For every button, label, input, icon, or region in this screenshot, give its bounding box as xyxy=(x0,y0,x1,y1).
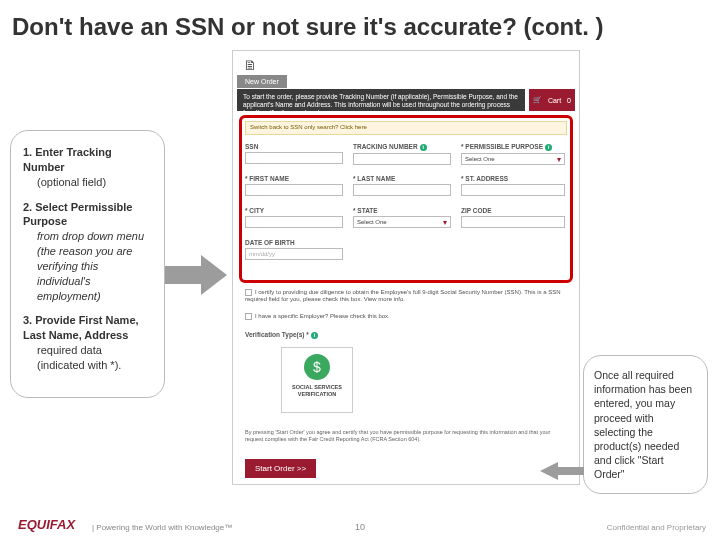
confidential-label: Confidential and Proprietary xyxy=(607,523,706,532)
chevron-down-icon: ▾ xyxy=(557,155,561,164)
step-2: 2. Select Permissible Purpose from drop … xyxy=(23,200,152,304)
first-name-input[interactable] xyxy=(245,184,343,196)
screenshot: 🗎 New Order To start the order, please p… xyxy=(232,50,580,485)
tracking-input[interactable] xyxy=(353,153,451,165)
label-zip: ZIP CODE xyxy=(461,207,565,214)
info-icon[interactable]: i xyxy=(311,332,318,339)
info-icon[interactable]: i xyxy=(420,144,427,151)
label-purpose: * PERMISSIBLE PURPOSEi xyxy=(461,143,565,151)
callout-start-order: Once all required information has been e… xyxy=(583,355,708,494)
info-icon[interactable]: i xyxy=(545,144,552,151)
label-tracking: TRACKING NUMBERi xyxy=(353,143,451,151)
tile-label: SOCIAL SERVICES VERIFICATION xyxy=(282,384,352,397)
money-bag-icon: $ xyxy=(304,354,330,380)
document-icon: 🗎 xyxy=(243,57,257,73)
label-addr: * ST. ADDRESS xyxy=(461,175,565,182)
label-state: * STATE xyxy=(353,207,451,214)
cart-label: Cart xyxy=(548,97,561,104)
arrow-left-icon xyxy=(540,462,584,480)
label-dob: DATE OF BIRTH xyxy=(245,239,343,246)
cart-button[interactable]: 🛒 Cart 0 xyxy=(529,89,575,111)
label-ssn: SSN xyxy=(245,143,343,150)
form-row-2: * FIRST NAME * LAST NAME * ST. ADDRESS xyxy=(245,175,567,203)
slide-title: Don't have an SSN or not sure it's accur… xyxy=(0,0,720,50)
arrow-right-icon xyxy=(165,255,227,295)
state-select[interactable]: Select One▾ xyxy=(353,216,451,228)
tagline: | Powering the World with Knowledge™ xyxy=(92,523,232,532)
cart-count: 0 xyxy=(567,97,571,104)
callout-steps: 1. Enter Tracking Number (optional field… xyxy=(10,130,165,398)
ssn-input[interactable] xyxy=(245,152,343,164)
fine-print: By pressing 'Start Order' you agree and … xyxy=(245,429,567,443)
form-row-4: DATE OF BIRTHmm/dd/yy xyxy=(245,239,567,267)
tab-new-order: New Order xyxy=(237,75,287,88)
checkbox-employer[interactable]: I have a specific Employer? Please check… xyxy=(245,313,567,320)
content: 🗎 New Order To start the order, please p… xyxy=(0,50,720,490)
checkbox-certify[interactable]: I certify to providing due diligence to … xyxy=(245,289,567,302)
checkbox-icon xyxy=(245,313,252,320)
verification-type-label: Verification Type(s) *i xyxy=(245,331,318,339)
verification-tile[interactable]: $ SOCIAL SERVICES VERIFICATION xyxy=(281,347,353,413)
zip-input[interactable] xyxy=(461,216,565,228)
footer: EQUIFAX | Powering the World with Knowle… xyxy=(0,510,720,540)
dob-input[interactable]: mm/dd/yy xyxy=(245,248,343,260)
chevron-down-icon: ▾ xyxy=(443,218,447,227)
purpose-select[interactable]: Select One▾ xyxy=(461,153,565,165)
step-1: 1. Enter Tracking Number (optional field… xyxy=(23,145,152,190)
step-3: 3. Provide First Name, Last Name, Addres… xyxy=(23,313,152,372)
form-row-3: * CITY * STATESelect One▾ ZIP CODE xyxy=(245,207,567,235)
address-input[interactable] xyxy=(461,184,565,196)
label-city: * CITY xyxy=(245,207,343,214)
equifax-logo: EQUIFAX xyxy=(18,517,75,532)
label-last: * LAST NAME xyxy=(353,175,451,182)
checkbox-icon xyxy=(245,289,252,296)
city-input[interactable] xyxy=(245,216,343,228)
label-first: * FIRST NAME xyxy=(245,175,343,182)
last-name-input[interactable] xyxy=(353,184,451,196)
form-row-1: SSN TRACKING NUMBERi * PERMISSIBLE PURPO… xyxy=(245,143,567,171)
intro-text: To start the order, please provide Track… xyxy=(237,89,525,111)
page-number: 10 xyxy=(355,522,365,532)
cart-icon: 🛒 xyxy=(533,96,542,104)
start-order-button[interactable]: Start Order >> xyxy=(245,459,316,478)
